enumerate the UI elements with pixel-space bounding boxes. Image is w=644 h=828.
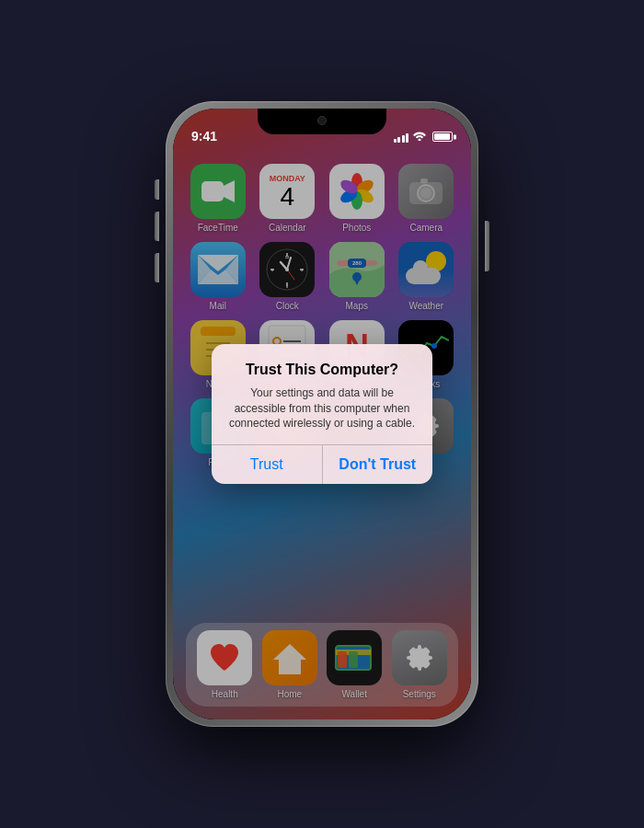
trust-button[interactable]: Trust [212,445,323,484]
wifi-icon [413,130,426,144]
power-button[interactable] [485,221,489,271]
alert-dialog: Trust This Computer? Your settings and d… [212,344,432,485]
phone-inner: 9:41 [173,109,471,719]
dont-trust-button[interactable]: Don't Trust [323,445,433,484]
volume-down-button[interactable] [155,253,159,282]
volume-up-button[interactable] [155,212,159,241]
battery-icon [432,132,453,142]
screen: 9:41 [173,109,471,719]
alert-message: Your settings and data will be accessibl… [226,385,418,431]
silent-switch[interactable] [155,179,159,200]
alert-title: Trust This Computer? [226,361,418,378]
alert-content: Trust This Computer? Your settings and d… [212,344,432,445]
signal-icon [394,132,409,143]
notch [258,109,386,134]
alert-overlay: Trust This Computer? Your settings and d… [173,109,471,719]
status-icons [394,130,454,144]
alert-buttons: Trust Don't Trust [212,444,432,484]
notch-camera [317,116,327,125]
phone-outer: 9:41 [166,101,478,727]
